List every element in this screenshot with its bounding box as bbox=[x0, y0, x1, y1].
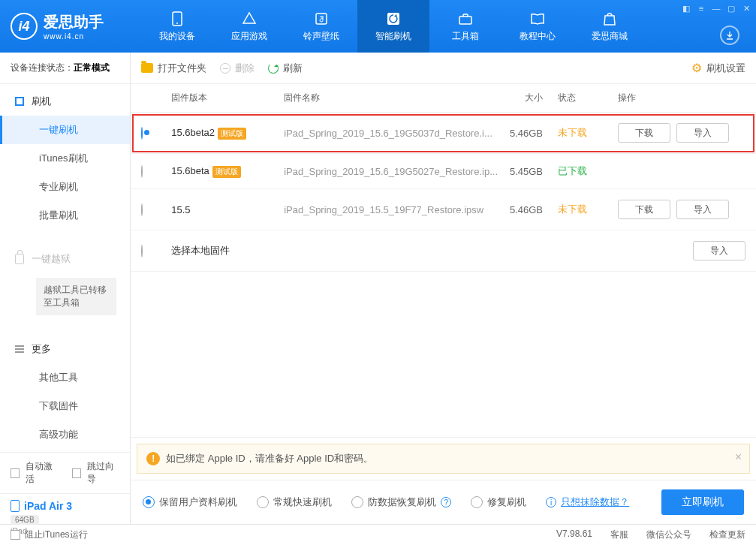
main-content: 打开文件夹 删除 刷新 ⚙刷机设置 固件版本 固件名称 大小 状态 操作 15.… bbox=[131, 53, 756, 524]
gear-icon: ⚙ bbox=[691, 61, 702, 75]
sidebar-item-othertools[interactable]: 其他工具 bbox=[0, 363, 130, 392]
menu-icon[interactable]: ≡ bbox=[696, 3, 706, 14]
close-icon[interactable]: ✕ bbox=[741, 3, 751, 14]
nav-flash[interactable]: 智能刷机 bbox=[357, 0, 429, 53]
flash-section-icon bbox=[14, 95, 26, 107]
refresh-button[interactable]: 刷新 bbox=[268, 62, 303, 75]
radio-icon bbox=[257, 496, 269, 508]
svg-rect-4 bbox=[459, 17, 471, 24]
warning-icon: ! bbox=[146, 452, 160, 465]
row-radio[interactable] bbox=[141, 127, 143, 140]
sidebar-item-proflash[interactable]: 专业刷机 bbox=[0, 173, 130, 201]
sidebar-item-itunesflash[interactable]: iTunes刷机 bbox=[0, 144, 130, 173]
download-button[interactable]: 下载 bbox=[618, 123, 670, 143]
import-button[interactable]: 导入 bbox=[693, 241, 745, 260]
window-controls: ◧ ≡ — ▢ ✕ bbox=[681, 3, 751, 14]
minimize-icon[interactable]: — bbox=[711, 3, 721, 14]
block-itunes[interactable]: 阻止iTunes运行 bbox=[11, 528, 88, 541]
row-radio[interactable] bbox=[141, 203, 143, 216]
firmware-status: 未下载 bbox=[558, 203, 618, 216]
nav-tutorials[interactable]: 教程中心 bbox=[501, 0, 574, 53]
music-icon bbox=[313, 11, 330, 27]
opt-normal[interactable]: 常规快速刷机 bbox=[257, 495, 332, 509]
erase-link[interactable]: i只想抹除数据？ bbox=[546, 495, 629, 509]
opt-repair[interactable]: 修复刷机 bbox=[471, 495, 526, 509]
footer-support[interactable]: 客服 bbox=[610, 528, 628, 541]
warning-bar: ! 如已绑定 Apple ID，请准备好 Apple ID和密码。 × bbox=[137, 444, 750, 474]
info-icon: i bbox=[546, 497, 556, 507]
table-row[interactable]: 15.6beta2测试版iPad_Spring_2019_15.6_19G503… bbox=[131, 113, 756, 154]
sidebar-head-more[interactable]: 更多 bbox=[0, 335, 130, 363]
firmware-version: 15.6beta bbox=[171, 165, 209, 176]
delete-icon bbox=[220, 63, 230, 74]
app-url: www.i4.cn bbox=[44, 32, 104, 41]
refresh-icon bbox=[385, 11, 402, 27]
flash-now-button[interactable]: 立即刷机 bbox=[661, 489, 744, 515]
firmware-size: 5.45GB bbox=[498, 166, 558, 177]
flash-options: 保留用户资料刷机 常规快速刷机 防数据恢复刷机? 修复刷机 i只想抹除数据？ 立… bbox=[131, 480, 756, 524]
firmware-size: 5.46GB bbox=[498, 128, 558, 139]
nav-apps[interactable]: 应用游戏 bbox=[213, 0, 285, 53]
connection-status: 设备连接状态：正常模式 bbox=[0, 53, 130, 84]
th-status: 状态 bbox=[558, 92, 618, 104]
auto-activate-checkbox[interactable] bbox=[11, 468, 20, 478]
footer-wechat[interactable]: 微信公众号 bbox=[646, 528, 691, 541]
help-icon[interactable]: ? bbox=[441, 497, 451, 507]
nav-ringtones[interactable]: 铃声壁纸 bbox=[285, 0, 357, 53]
warning-text: 如已绑定 Apple ID，请准备好 Apple ID和密码。 bbox=[166, 452, 373, 465]
table-header: 固件版本 固件名称 大小 状态 操作 bbox=[131, 84, 756, 113]
sidebar-head-jailbreak: 一键越狱 bbox=[0, 245, 130, 273]
opt-anti-recovery[interactable]: 防数据恢复刷机? bbox=[351, 495, 451, 509]
download-button[interactable]: 下载 bbox=[618, 200, 670, 219]
footer-update[interactable]: 检查更新 bbox=[709, 528, 745, 541]
sidebar: 设备连接状态：正常模式 刷机 一键刷机 iTunes刷机 专业刷机 批量刷机 一… bbox=[0, 53, 131, 524]
nav-store[interactable]: 爱思商城 bbox=[574, 0, 646, 53]
app-name: 爱思助手 bbox=[44, 12, 104, 32]
sidebar-item-oneflash[interactable]: 一键刷机 bbox=[0, 116, 130, 144]
logo-icon: i4 bbox=[11, 13, 38, 40]
th-ops: 操作 bbox=[618, 92, 745, 104]
delete-button[interactable]: 删除 bbox=[220, 62, 255, 75]
th-name: 固件名称 bbox=[284, 92, 498, 104]
skin-icon[interactable]: ◧ bbox=[681, 3, 691, 14]
nav-my-device[interactable]: 我的设备 bbox=[141, 0, 213, 53]
table-row-local[interactable]: 选择本地固件导入 bbox=[131, 230, 756, 272]
row-radio[interactable] bbox=[141, 245, 143, 257]
firmware-size: 5.46GB bbox=[498, 204, 558, 215]
sidebar-item-batchflash[interactable]: 批量刷机 bbox=[0, 201, 130, 230]
download-indicator-icon[interactable] bbox=[720, 26, 739, 45]
firmware-version: 15.6beta2 bbox=[171, 127, 215, 138]
import-button[interactable]: 导入 bbox=[676, 123, 729, 143]
table-row[interactable]: 15.6beta测试版iPad_Spring_2019_15.6_19G5027… bbox=[131, 154, 756, 189]
warning-close-icon[interactable]: × bbox=[735, 450, 742, 464]
refresh-icon bbox=[268, 63, 279, 74]
lock-icon bbox=[14, 253, 26, 265]
top-nav: 我的设备 应用游戏 铃声壁纸 智能刷机 工具箱 教程中心 爱思商城 bbox=[141, 0, 646, 53]
block-itunes-checkbox[interactable] bbox=[11, 530, 20, 540]
skip-guide-checkbox[interactable] bbox=[72, 468, 81, 478]
maximize-icon[interactable]: ▢ bbox=[726, 3, 736, 14]
sidebar-item-advanced[interactable]: 高级功能 bbox=[0, 420, 130, 449]
phone-icon bbox=[169, 11, 185, 27]
apps-icon bbox=[241, 11, 258, 27]
logo: i4 爱思助手 www.i4.cn bbox=[0, 12, 141, 41]
firmware-name: iPad_Spring_2019_15.5_19F77_Restore.ipsw bbox=[284, 204, 498, 215]
beta-tag: 测试版 bbox=[212, 166, 241, 178]
nav-toolbox[interactable]: 工具箱 bbox=[429, 0, 501, 53]
beta-tag: 测试版 bbox=[218, 128, 246, 140]
more-icon bbox=[14, 343, 26, 355]
row-radio[interactable] bbox=[141, 165, 143, 178]
table-row[interactable]: 15.5iPad_Spring_2019_15.5_19F77_Restore.… bbox=[131, 189, 756, 230]
radio-icon bbox=[471, 496, 483, 508]
book-icon bbox=[529, 11, 546, 27]
import-button[interactable]: 导入 bbox=[676, 200, 729, 219]
flash-settings-button[interactable]: ⚙刷机设置 bbox=[691, 61, 745, 75]
sidebar-head-flash[interactable]: 刷机 bbox=[0, 87, 130, 116]
th-version: 固件版本 bbox=[171, 92, 284, 104]
firmware-status: 未下载 bbox=[558, 126, 618, 140]
sidebar-item-dlfirmware[interactable]: 下载固件 bbox=[0, 392, 130, 420]
opt-keep-data[interactable]: 保留用户资料刷机 bbox=[143, 495, 237, 509]
firmware-rows: 15.6beta2测试版iPad_Spring_2019_15.6_19G503… bbox=[131, 113, 756, 272]
open-folder-button[interactable]: 打开文件夹 bbox=[141, 62, 206, 75]
local-firmware-label: 选择本地固件 bbox=[171, 245, 230, 256]
